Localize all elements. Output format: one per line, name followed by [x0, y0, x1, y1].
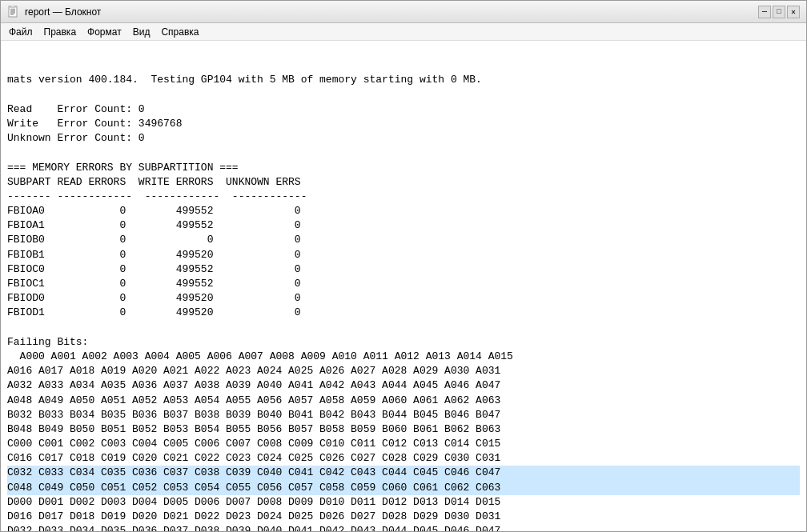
menu-help[interactable]: Справка [156, 25, 203, 39]
text-line: FBIOB0 0 0 0 [7, 233, 800, 247]
text-line: A016 A017 A018 A019 A020 A021 A022 A023 … [7, 364, 800, 378]
menu-edit[interactable]: Правка [39, 25, 82, 39]
text-line [7, 321, 800, 335]
minimize-button[interactable]: — [758, 6, 771, 18]
text-line: C000 C001 C002 C003 C004 C005 C006 C007 … [7, 437, 800, 451]
svg-rect-1 [10, 6, 15, 8]
text-line: C016 C017 C018 C019 C020 C021 C022 C023 … [7, 451, 800, 466]
title-bar: report — Блокнот — □ ✕ [1, 1, 806, 23]
text-line: mats version 400.184. Testing GP104 with… [7, 73, 800, 87]
text-line: D016 D017 D018 D019 D020 D021 D022 D023 … [7, 510, 800, 524]
text-line: FBIOC0 0 499552 0 [7, 262, 800, 277]
text-line: C032 C033 C034 C035 C036 C037 C038 C039 … [7, 466, 800, 480]
menu-format[interactable]: Формат [82, 25, 126, 39]
text-line [7, 88, 800, 102]
text-line: A048 A049 A050 A051 A052 A053 A054 A055 … [7, 394, 800, 408]
text-line: FBIOA0 0 499552 0 [7, 204, 800, 218]
close-button[interactable]: ✕ [787, 6, 800, 18]
text-line: === MEMORY ERRORS BY SUBPARTITION === [7, 161, 800, 175]
text-line: Unknown Error Count: 0 [7, 131, 800, 146]
text-line: C048 C049 C050 C051 C052 C053 C054 C055 … [7, 481, 800, 495]
text-line: D000 D001 D002 D003 D004 D005 D006 D007 … [7, 495, 800, 510]
notepad-icon [7, 6, 20, 18]
text-line: A000 A001 A002 A003 A004 A005 A006 A007 … [7, 350, 800, 364]
text-content[interactable]: mats version 400.184. Testing GP104 with… [1, 41, 806, 531]
text-line: FBIOC1 0 499552 0 [7, 277, 800, 291]
text-line: Read Error Count: 0 [7, 102, 800, 117]
notepad-window: report — Блокнот — □ ✕ Файл Правка Форма… [0, 0, 807, 532]
maximize-button[interactable]: □ [773, 6, 785, 18]
menu-view[interactable]: Вид [128, 25, 155, 39]
text-line: Write Error Count: 3496768 [7, 117, 800, 131]
text-line: FBIOD1 0 499520 0 [7, 306, 800, 320]
menu-file[interactable]: Файл [4, 25, 38, 39]
menu-bar: Файл Правка Формат Вид Справка [1, 23, 806, 41]
text-line: A032 A033 A034 A035 A036 A037 A038 A039 … [7, 378, 800, 393]
title-bar-text: report — Блокнот [25, 6, 753, 18]
text-line: FBIOA1 0 499552 0 [7, 218, 800, 233]
text-line: SUBPART READ ERRORS WRITE ERRORS UNKNOWN… [7, 175, 800, 190]
text-line: B048 B049 B050 B051 B052 B053 B054 B055 … [7, 422, 800, 437]
text-line: D032 D033 D034 D035 D036 D037 D038 D039 … [7, 524, 800, 531]
text-line: FBIOD0 0 499520 0 [7, 291, 800, 306]
text-line: FBIOB1 0 499520 0 [7, 248, 800, 262]
text-line [7, 146, 800, 160]
text-line: B032 B033 B034 B035 B036 B037 B038 B039 … [7, 408, 800, 422]
text-line: Failing Bits: [7, 335, 800, 350]
text-line: ------- ------------ ------------ ------… [7, 190, 800, 204]
